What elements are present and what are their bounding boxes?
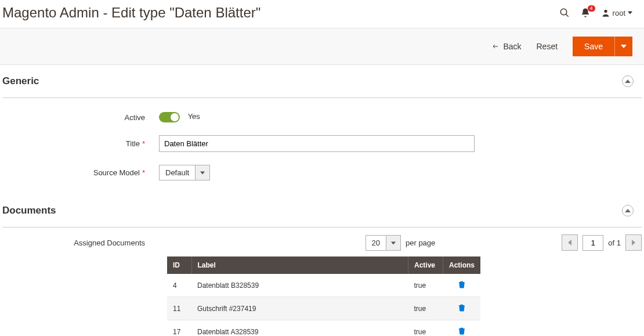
reset-button[interactable]: Reset <box>537 42 558 51</box>
per-page-select[interactable]: 20 <box>366 235 401 251</box>
collapse-generic[interactable] <box>622 75 634 87</box>
svg-line-1 <box>566 14 569 17</box>
cell-active: true <box>408 297 443 320</box>
title-label: Title <box>126 139 140 148</box>
next-page-button[interactable] <box>625 234 642 251</box>
cell-id: 17 <box>167 320 191 337</box>
required-icon: * <box>142 168 145 177</box>
source-model-value: Default <box>160 165 195 180</box>
notification-badge: 4 <box>588 5 595 12</box>
active-value: Yes <box>188 112 200 121</box>
table-row[interactable]: 17Datenblatt A328539true <box>167 320 480 337</box>
user-name: root <box>613 9 625 17</box>
col-id[interactable]: ID <box>167 256 191 274</box>
svg-point-0 <box>560 9 567 15</box>
col-label[interactable]: Label <box>191 256 408 274</box>
svg-point-2 <box>604 10 607 13</box>
save-button[interactable]: Save <box>573 37 614 56</box>
active-label: Active <box>2 113 159 122</box>
chevron-down-icon <box>621 44 627 49</box>
required-icon: * <box>142 139 145 148</box>
generic-section-title: Generic <box>2 75 39 87</box>
active-toggle[interactable] <box>159 112 180 122</box>
assigned-documents-label: Assigned Documents <box>2 239 159 247</box>
cell-label: Datenblatt A328539 <box>191 320 408 337</box>
documents-table: ID Label Active Actions 4Datenblatt B328… <box>167 256 480 336</box>
cell-label: Gutschrift #237419 <box>191 297 408 320</box>
cell-active: true <box>408 320 443 337</box>
cell-active: true <box>408 274 443 297</box>
cell-id: 4 <box>167 274 191 297</box>
chevron-left-icon <box>567 240 572 245</box>
title-input[interactable] <box>159 135 475 152</box>
cell-id: 11 <box>167 297 191 320</box>
chevron-up-icon <box>625 78 631 84</box>
page-input[interactable] <box>583 235 603 251</box>
back-button[interactable]: Back <box>491 42 521 51</box>
per-page-value: 20 <box>366 236 386 250</box>
chevron-right-icon <box>631 240 636 245</box>
search-icon[interactable] <box>559 8 570 18</box>
chevron-down-icon <box>628 10 632 15</box>
page-total: of 1 <box>608 239 621 247</box>
chevron-up-icon <box>625 208 631 214</box>
table-row[interactable]: 4Datenblatt B328539true <box>167 274 480 297</box>
page-title: Magento Admin - Edit type "Daten Blätter… <box>2 5 261 21</box>
arrow-left-icon <box>491 43 500 50</box>
notifications-icon[interactable]: 4 <box>580 8 591 18</box>
col-active[interactable]: Active <box>408 256 443 274</box>
chevron-down-icon <box>195 165 209 180</box>
col-actions[interactable]: Actions <box>443 256 480 274</box>
documents-section-title: Documents <box>2 205 56 216</box>
source-model-label: Source Model <box>93 168 140 177</box>
delete-icon[interactable] <box>458 329 466 336</box>
user-menu[interactable]: root <box>601 8 632 17</box>
table-row[interactable]: 11Gutschrift #237419true <box>167 297 480 320</box>
per-page-label: per page <box>406 239 435 247</box>
delete-icon[interactable] <box>458 283 466 291</box>
collapse-documents[interactable] <box>622 205 634 216</box>
cell-label: Datenblatt B328539 <box>191 274 408 297</box>
prev-page-button[interactable] <box>562 234 578 251</box>
chevron-down-icon <box>386 236 400 250</box>
source-model-select[interactable]: Default <box>159 165 210 180</box>
delete-icon[interactable] <box>458 306 466 314</box>
save-dropdown[interactable] <box>614 37 632 56</box>
